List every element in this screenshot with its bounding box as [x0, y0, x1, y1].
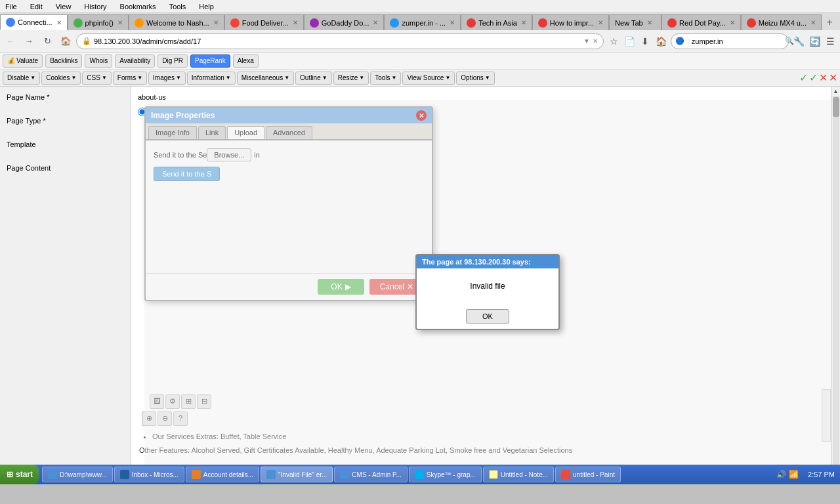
- page-name-label: Page Name *: [7, 93, 49, 101]
- network-icon[interactable]: 📶: [789, 470, 799, 479]
- reader-mode-icon[interactable]: 📄: [622, 34, 637, 49]
- menu-file[interactable]: File: [3, 1, 20, 12]
- extension-toolbar: 💰 Valuate Backlinks Whois Availability D…: [0, 52, 840, 70]
- volume-icon[interactable]: 🔊: [776, 470, 786, 479]
- home-nav-icon[interactable]: 🏠: [654, 34, 668, 49]
- browser-toolbar: ☆ 📄 ⬇ 🏠: [606, 34, 668, 49]
- options-btn[interactable]: Options▼: [456, 72, 494, 85]
- tab-7[interactable]: How to impr... ✕: [532, 14, 609, 30]
- taskbar-item-2[interactable]: Account details...: [186, 467, 259, 482]
- tab-label-7: How to impr...: [550, 19, 594, 27]
- taskbar-item-6[interactable]: Untitled - Note...: [483, 467, 554, 482]
- miscellaneous-btn[interactable]: Miscellaneous▼: [237, 72, 294, 85]
- availability-btn[interactable]: Availability: [115, 54, 155, 68]
- tab-close-7[interactable]: ✕: [598, 19, 603, 26]
- css-btn[interactable]: CSS▼: [82, 72, 111, 85]
- tab-10[interactable]: Meizu MX4 u... ✕: [741, 14, 822, 30]
- tab-close-9[interactable]: ✕: [730, 19, 735, 26]
- resize-btn[interactable]: Resize▼: [333, 72, 369, 85]
- home-button[interactable]: 🏠: [58, 33, 74, 49]
- tab-6[interactable]: Tech in Asia ✕: [461, 14, 532, 30]
- sync-icon[interactable]: 🔄: [807, 34, 822, 49]
- download-icon[interactable]: ⬇: [638, 34, 652, 49]
- taskbar-item-1[interactable]: Inbox - Micros...: [114, 467, 184, 482]
- whois-btn[interactable]: Whois: [85, 54, 112, 68]
- forms-btn[interactable]: Forms▼: [113, 72, 147, 85]
- tab-4[interactable]: GoDaddy Do... ✕: [304, 14, 385, 30]
- taskbar-icon-5: [415, 470, 424, 479]
- tab-label-1: phpinfo(): [85, 19, 114, 27]
- alert-title: The page at 98.130.200.30 says:: [417, 255, 558, 268]
- search-separator: |: [687, 37, 689, 45]
- tab-close-8[interactable]: ✕: [647, 19, 652, 26]
- address-clear-icon[interactable]: ✕: [593, 37, 598, 45]
- outline-btn[interactable]: Outline▼: [295, 72, 332, 85]
- check-green-icon: ✓: [799, 72, 808, 84]
- alert-dialog: The page at 98.130.200.30 says: Invalid …: [415, 254, 560, 330]
- tab-0[interactable]: Connecti... ✕: [0, 14, 68, 30]
- template-label: Template: [7, 140, 36, 148]
- address-input[interactable]: [94, 37, 581, 45]
- tab-2[interactable]: Welcome to Nash... ✕: [129, 14, 224, 30]
- tab-9[interactable]: Red Dot Pay... ✕: [662, 14, 741, 30]
- taskbar-item-4[interactable]: CMS - Admin P...: [334, 467, 407, 482]
- taskbar-item-0[interactable]: D:\wamp\www...: [42, 467, 113, 482]
- images-btn[interactable]: Images▼: [148, 72, 186, 85]
- tab-8[interactable]: New Tab ✕: [609, 14, 662, 30]
- menu-edit[interactable]: Edit: [28, 1, 45, 12]
- scroll-thumb[interactable]: [833, 97, 839, 117]
- alexa-btn[interactable]: Alexa: [233, 54, 259, 68]
- tab-close-10[interactable]: ✕: [810, 19, 816, 26]
- menu-help[interactable]: Help: [196, 1, 217, 12]
- taskbar-items: D:\wamp\www... Inbox - Micros... Account…: [39, 467, 772, 482]
- digpr-btn[interactable]: Dig PR: [158, 54, 188, 68]
- taskbar-item-7[interactable]: untitled - Paint: [555, 467, 621, 482]
- tools-btn[interactable]: Tools▼: [370, 72, 401, 85]
- taskbar-icon-0: [48, 470, 57, 479]
- scroll-up-arrow[interactable]: ▲: [831, 87, 840, 96]
- valuate-btn[interactable]: 💰 Valuate: [3, 54, 43, 68]
- check-red-icon: ✕: [819, 72, 828, 84]
- menu-view[interactable]: View: [53, 1, 74, 12]
- tab-close-3[interactable]: ✕: [293, 19, 298, 26]
- search-engine-icon[interactable]: 🔵: [675, 37, 684, 45]
- address-dropdown-icon[interactable]: ▼: [583, 37, 590, 45]
- search-input[interactable]: [692, 37, 782, 45]
- pagerank-btn[interactable]: PageRank: [190, 54, 230, 68]
- tab-close-5[interactable]: ✕: [450, 19, 455, 26]
- tab-close-6[interactable]: ✕: [521, 19, 526, 26]
- tab-close-4[interactable]: ✕: [373, 19, 378, 26]
- alert-ok-button[interactable]: OK: [466, 309, 509, 324]
- extensions-icon[interactable]: 🔧: [791, 34, 806, 49]
- taskbar-item-5[interactable]: Skype™ - grap...: [409, 467, 482, 482]
- new-tab-button[interactable]: +: [822, 14, 837, 30]
- menu-history[interactable]: History: [81, 1, 109, 12]
- tab-close-1[interactable]: ✕: [117, 19, 123, 26]
- valuate-icon: 💰: [7, 57, 15, 64]
- tab-close-2[interactable]: ✕: [213, 19, 219, 26]
- tab-3[interactable]: Food Deliver... ✕: [224, 14, 304, 30]
- tab-favicon-10: [747, 18, 756, 28]
- backlinks-btn[interactable]: Backlinks: [45, 54, 82, 68]
- start-button[interactable]: ⊞ start: [0, 465, 39, 484]
- tab-label-2: Welcome to Nash...: [146, 19, 209, 27]
- right-scrollbar[interactable]: ▲ ▼: [831, 87, 840, 484]
- information-btn[interactable]: Information▼: [187, 72, 236, 85]
- menu-tools[interactable]: Tools: [167, 1, 189, 12]
- tab-label-0: Connecti...: [18, 18, 52, 26]
- taskbar-clock: 2:57 PM: [803, 471, 840, 478]
- cookies-btn[interactable]: Cookies▼: [41, 72, 81, 85]
- menu-icon[interactable]: ☰: [823, 34, 837, 49]
- back-button[interactable]: ←: [3, 33, 18, 49]
- disable-btn[interactable]: Disable▼: [3, 72, 40, 85]
- menu-bookmarks[interactable]: Bookmarks: [117, 1, 159, 12]
- tab-5[interactable]: zumper.in - ... ✕: [384, 14, 461, 30]
- tab-1[interactable]: phpinfo() ✕: [68, 14, 129, 30]
- viewsource-btn[interactable]: View Source▼: [402, 72, 455, 85]
- taskbar-icon-4: [340, 470, 349, 479]
- bookmark-star-icon[interactable]: ☆: [606, 34, 621, 49]
- tab-close-0[interactable]: ✕: [56, 19, 62, 26]
- reload-button[interactable]: ↻: [39, 33, 55, 49]
- forward-button[interactable]: →: [21, 33, 37, 49]
- taskbar-item-3[interactable]: "Invalid File" er...: [261, 467, 333, 482]
